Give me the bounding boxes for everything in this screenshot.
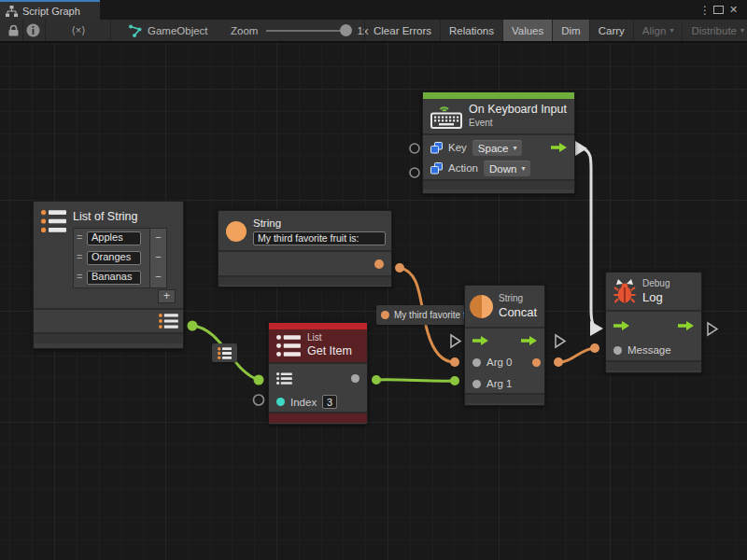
flow-in-arrow-icon[interactable]	[613, 321, 629, 330]
node-category: String	[499, 293, 537, 305]
align-dropdown[interactable]: Align▾	[633, 20, 683, 41]
add-item-button[interactable]: +	[158, 289, 176, 303]
window-menu-button[interactable]: ⋮	[699, 0, 711, 20]
node-body: Index 3	[269, 362, 367, 412]
message-label: Message	[627, 344, 671, 356]
graph-toolbar: ⟨×⟩ GameObject Zoom 1x Clear Errors Rela…	[0, 20, 747, 43]
list-item-row: = Oranges −	[74, 248, 166, 268]
node-on-keyboard-input[interactable]: On Keyboard Input Event Key Space ▾	[422, 91, 575, 194]
distribute-dropdown[interactable]: Distribute▾	[682, 20, 747, 41]
node-header[interactable]: String My third favorite fruit is:	[218, 211, 391, 250]
list-input-icon[interactable]	[276, 372, 292, 385]
graph-context[interactable]: GameObject	[129, 20, 208, 41]
relations-button[interactable]: Relations	[440, 20, 502, 41]
key-dropdown[interactable]: Space ▾	[472, 140, 523, 156]
zoom-slider[interactable]	[266, 30, 348, 32]
index-input-port[interactable]	[276, 398, 285, 406]
index-field[interactable]: 3	[322, 395, 337, 409]
arg1-input-port[interactable]	[472, 380, 481, 388]
arg1-label: Arg 1	[486, 378, 513, 389]
string-value-field[interactable]: My third favorite fruit is:	[253, 231, 386, 245]
list-item-field[interactable]: Bananas	[87, 271, 141, 285]
list-item-field[interactable]: Apples	[87, 231, 141, 245]
chevron-down-icon: ▾	[740, 26, 744, 35]
node-body	[218, 250, 391, 275]
remove-item-button[interactable]: −	[149, 229, 166, 248]
list-item-field[interactable]: Oranges	[87, 251, 141, 265]
node-string-literal[interactable]: String My third favorite fruit is:	[218, 210, 392, 287]
clear-errors-button[interactable]: Clear Errors	[364, 20, 440, 41]
chevron-down-icon: ▾	[521, 164, 525, 173]
node-list-of-string[interactable]: List of String = Apples − = Oranges − =	[33, 201, 184, 349]
port-label-key: Key	[448, 142, 467, 153]
node-category: List	[307, 332, 352, 344]
drag-handle-icon[interactable]: =	[77, 231, 87, 245]
graph-icon	[6, 6, 18, 17]
maximize-icon	[713, 6, 724, 14]
code-icon: ⟨×⟩	[71, 24, 85, 36]
item-output-port[interactable]	[351, 374, 359, 383]
drag-handle-icon[interactable]: =	[77, 251, 87, 264]
tab-title: Script Graph	[22, 6, 80, 17]
gameobject-label: GameObject	[148, 25, 208, 36]
node-category: Debug	[642, 278, 669, 290]
node-title: Log	[642, 290, 669, 305]
list-icon	[218, 347, 232, 359]
node-body: Arg 0 Arg 1	[465, 327, 544, 393]
node-debug-log[interactable]: Debug Log Message	[605, 272, 702, 373]
index-label: Index	[290, 397, 317, 408]
message-input-port[interactable]	[613, 346, 622, 355]
unity-script-graph-window: Script Graph ⋮ ✕ ⟨×⟩	[0, 0, 747, 560]
carry-button[interactable]: Carry	[589, 20, 633, 41]
node-concat[interactable]: String Concat Arg 0 A	[464, 285, 545, 406]
value-bubble-list	[212, 343, 237, 362]
remove-item-button[interactable]: −	[149, 268, 166, 287]
drag-handle-icon[interactable]: =	[77, 271, 87, 284]
enum-icon	[430, 142, 443, 154]
string-type-dot	[381, 311, 389, 319]
string-output-port[interactable]	[374, 259, 384, 269]
remove-item-button[interactable]: −	[149, 248, 166, 268]
arg0-input-port[interactable]	[472, 358, 481, 367]
zoom-control: Zoom 1x	[231, 20, 369, 41]
list-item-row: = Apples −	[74, 229, 166, 248]
action-dropdown[interactable]: Down ▾	[484, 161, 530, 176]
event-strip	[423, 92, 574, 99]
node-body	[34, 308, 183, 332]
port-label-action: Action	[448, 162, 478, 174]
bug-icon	[613, 278, 636, 304]
node-title: List of String	[73, 210, 176, 225]
node-get-item[interactable]: List Get Item Index 3	[268, 322, 368, 425]
flow-out-arrow-icon[interactable]	[678, 321, 694, 330]
close-icon: ✕	[729, 4, 738, 16]
node-footer	[423, 179, 574, 189]
gameobject-icon	[129, 24, 143, 37]
tab-script-graph[interactable]: Script Graph	[0, 0, 100, 20]
node-footer	[218, 275, 391, 285]
node-header[interactable]: On Keyboard Input Event	[423, 99, 574, 133]
enum-icon	[430, 162, 443, 175]
node-header[interactable]: List Get Item	[269, 329, 367, 362]
node-header[interactable]: List of String = Apples − = Oranges − =	[34, 202, 183, 308]
code-view-button[interactable]: ⟨×⟩	[63, 20, 93, 41]
dim-button[interactable]: Dim	[552, 20, 588, 41]
values-button[interactable]: Values	[502, 20, 552, 41]
list-output-icon[interactable]	[159, 314, 178, 329]
flow-in-arrow-icon[interactable]	[472, 336, 488, 345]
flow-out-arrow-icon[interactable]	[551, 143, 567, 152]
error-strip	[269, 323, 367, 329]
zoom-slider-knob[interactable]	[340, 24, 352, 36]
flow-out-arrow-icon[interactable]	[521, 336, 537, 345]
node-header[interactable]: Debug Log	[606, 273, 701, 310]
list-item-row: = Bananas −	[74, 268, 166, 287]
list-icon	[41, 210, 66, 232]
node-body: Key Space ▾ Action Down ▾	[423, 133, 574, 179]
window-close-button[interactable]: ✕	[729, 0, 738, 20]
result-output-port[interactable]	[532, 358, 541, 367]
node-title: On Keyboard Input	[469, 103, 567, 118]
node-header[interactable]: String Concat	[465, 286, 544, 327]
node-subtitle: Event	[469, 118, 567, 130]
info-button[interactable]	[25, 20, 40, 41]
lock-button[interactable]	[6, 20, 21, 41]
window-maximize-button[interactable]	[713, 0, 724, 20]
